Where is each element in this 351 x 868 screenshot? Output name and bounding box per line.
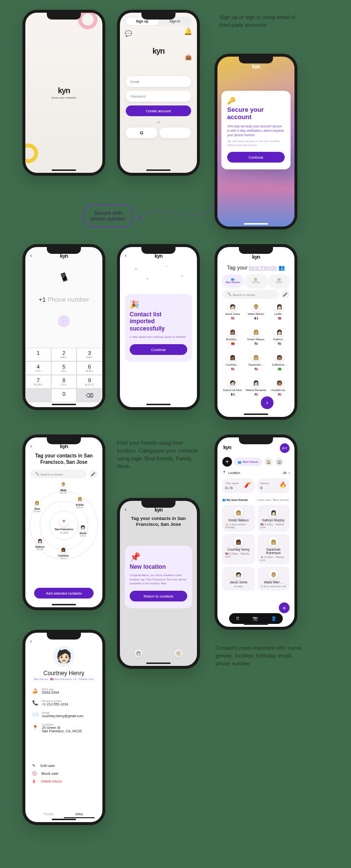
phone-input[interactable]: Phone number [48, 296, 89, 303]
tab-family[interactable]: 🏠Family [245, 274, 266, 287]
tab-best-friends[interactable]: 👥Best friends [222, 274, 243, 287]
or-divider: or [126, 120, 191, 124]
key-5[interactable]: 5JKL [51, 361, 77, 375]
search-input[interactable]: 🔍 Search a contact [222, 290, 279, 299]
bottom-nav: ⠿ 📷 👤 [229, 613, 283, 624]
voice-search-button[interactable]: 🎤 [281, 290, 290, 299]
streak-value: 0 [260, 486, 262, 490]
tab-profile[interactable]: Profile [33, 812, 64, 818]
person-card[interactable]: 👩🏼 Savannah Robertson 🇯🇵 4:23am · Weekly… [257, 534, 290, 564]
contact-cell[interactable]: 🧑🏽 Guilherme… 🇧🇷 [268, 352, 291, 377]
continue-button[interactable]: Continue [227, 152, 285, 163]
key-9[interactable]: 9WXYZ [77, 375, 102, 389]
google-signin-button[interactable]: G [126, 127, 157, 138]
back-button[interactable]: ‹ [125, 507, 126, 512]
tab-infos[interactable]: Infos [64, 812, 95, 818]
filter-work[interactable]: 🏢 [275, 457, 284, 466]
key-8[interactable]: 8TUV [51, 375, 77, 389]
profile-field: 🍰 Birth day 03/01/1994 [32, 687, 96, 694]
decor-blocks [217, 163, 294, 227]
filter-best-friends[interactable]: 👥Best friends [234, 457, 262, 466]
brand-logo: kyn [52, 86, 76, 95]
submit-phone-button[interactable]: › [58, 315, 70, 327]
add-selected-button[interactable]: Add selected contacts [34, 588, 94, 599]
nav-contacts[interactable]: ⠿ [236, 616, 239, 621]
delete-friend-button[interactable]: 🗑 Delete friend [32, 779, 96, 784]
pin-icon: 📌 [130, 552, 187, 562]
voice-search-button[interactable]: 🎤 [89, 470, 98, 478]
return-contacts-button[interactable]: Return to contacts [130, 591, 187, 601]
key-icon: 🔑 [227, 97, 285, 104]
add-more-link[interactable]: + Add more "Best friends" [256, 498, 290, 501]
nav-profile[interactable]: 👤 [271, 616, 276, 621]
location-filter-value[interactable]: All [283, 471, 287, 475]
person-card[interactable]: 🧑🏻 Jacob Jones ● today [222, 567, 255, 591]
person-card[interactable]: 👨🏼 Wade Warr… ● 3d to since last call [257, 567, 290, 591]
location-filter-label: Location [228, 471, 240, 475]
phone-emoji-icon: 📱 [58, 271, 70, 283]
brand-logo: kyn [223, 444, 231, 450]
fab-add-button[interactable]: + [279, 602, 290, 613]
chevron-right-icon: › [289, 471, 290, 475]
orbit-contact[interactable]: 🧑🏻 Jacob Jones [79, 523, 87, 537]
back-button[interactable]: ‹ [125, 253, 126, 258]
contact-cell[interactable]: 👩🏻 Leslie… 🇬🇧 [268, 302, 291, 326]
tag-location-title: Tag your contacts in San Francisco, San … [32, 453, 96, 465]
contact-cell[interactable]: 🧑🏻 Edison da Silva 🇫🇷 [221, 378, 244, 402]
create-account-button[interactable]: Create account [126, 105, 191, 116]
orbit-contact[interactable]: 👩🏾 Courtney Henry [58, 546, 69, 559]
add-user-button[interactable]: A+ [280, 443, 290, 453]
key-1[interactable]: 1 [25, 348, 51, 361]
password-field[interactable]: Password [126, 91, 191, 102]
orbit-contact[interactable]: 👩🏼 Jane Cooper [33, 499, 41, 513]
back-button[interactable]: ‹ [30, 253, 32, 258]
edit-user-button[interactable]: ✎ Edit user [32, 764, 96, 768]
key-4[interactable]: 4GHI [25, 361, 51, 375]
orbit-contact[interactable]: 👩🏼 Kristin Watson [76, 495, 84, 509]
contact-cell[interactable]: 🧑🏻 Jacob Jones 🇺🇸 [221, 302, 244, 326]
filter-family[interactable]: 🏠 [264, 457, 273, 466]
search-input[interactable]: 🔍 Search a contact [30, 470, 87, 478]
contact-cell[interactable]: 👩🏼 Savannah… 🇺🇸 [245, 352, 267, 377]
orbit-contact[interactable]: 👨🏼 Wade Warren [59, 480, 67, 494]
continue-button[interactable]: Continue [130, 344, 187, 355]
person-card[interactable]: 👩🏾 Courtney Henry 🇺🇸 3:23pm · Weekly syn… [222, 534, 255, 564]
brand-logo: kyn [153, 47, 165, 56]
apple-signin-button[interactable] [159, 127, 191, 138]
tab-work[interactable]: 🏢Work [269, 274, 290, 287]
phone-imported: ‹ kyn • • • • 🎉 Contact list imported su… [117, 244, 200, 410]
key-7[interactable]: 7PQRS [25, 375, 51, 389]
decor-bag: 👜 [185, 54, 192, 61]
key-0[interactable]: 0 [51, 389, 77, 402]
decor-confetti: • • • • [120, 262, 197, 291]
person-card[interactable]: 👩🏼 Kristin Watson 🎂 2 days before birthd… [222, 505, 255, 532]
center-location-count: +1,810 [55, 531, 73, 534]
contact-cell[interactable]: 👩🏽 Brooklyn… 🇨🇳 [221, 327, 244, 351]
profile-fields: 🍰 Birth day 03/01/1994📞 Phone number +1 … [32, 687, 96, 733]
person-card[interactable]: 👩🏻 Kathryn Murphy 🇺🇸 3:23pm · Weekly syn… [257, 505, 290, 532]
orbit-contact[interactable]: 👩🏻 Kathryn Murphy [36, 537, 45, 551]
contact-cell[interactable]: 👩🏾 Courtney… 🇺🇸 [221, 352, 244, 377]
secure-body: One way we keep your account secure is w… [227, 124, 285, 137]
email-field[interactable]: Email [126, 76, 191, 87]
phone-profile: ‹ 🧑🏻 Courtney Henry Best friends · 🇺🇸 Sa… [22, 630, 105, 825]
contact-cell[interactable]: 👨🏼 Wade Warren 🇫🇷 [245, 302, 267, 326]
edit-icon: ✎ [32, 764, 36, 768]
streak-label: Streak [260, 481, 269, 485]
key-2[interactable]: 2ABC [51, 348, 77, 361]
nav-camera[interactable]: 📷 [253, 616, 258, 621]
key-3[interactable]: 3DEF [77, 348, 102, 361]
contact-cell[interactable]: 👩🏼 Kristin Watson 🇺🇸 [245, 327, 267, 351]
next-button[interactable]: › [261, 396, 273, 409]
back-button[interactable]: ‹ [30, 443, 32, 449]
key-6[interactable]: 6MNO [77, 361, 102, 375]
imported-body: 1 step away from staying closer to frien… [130, 335, 187, 338]
new-location-header: Tag your contacts in San Francisco, San … [127, 516, 190, 527]
back-button[interactable]: ‹ [30, 639, 32, 644]
contact-cell[interactable]: 👩🏻 Kathryn… 🇺🇸 [268, 327, 291, 351]
block-user-button[interactable]: 🚫 Block user [32, 771, 96, 776]
add-button[interactable]: + [222, 457, 232, 467]
bubble-line2: phone number [91, 216, 125, 222]
key-backspace[interactable]: ⌫ [77, 389, 102, 402]
week-label: This week [225, 481, 239, 485]
